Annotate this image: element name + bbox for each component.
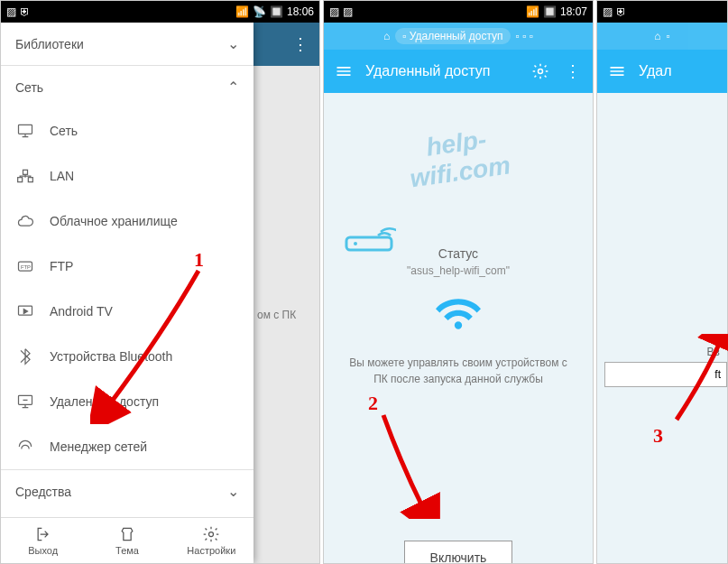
home-icon[interactable]: ⌂: [654, 30, 660, 42]
svg-rect-3: [23, 170, 28, 174]
background-screen: ⋮ ом с ПК: [253, 23, 319, 563]
wifi-icon: [431, 291, 485, 337]
input-label: Вв: [597, 346, 727, 358]
phone-screen-1: ▨ ⛨ 📶 📡 🔲 18:06 ⋮ ом с ПК Библиотеки ⌄ С…: [0, 0, 320, 564]
gear-icon[interactable]: [530, 60, 551, 82]
tab-pill[interactable]: ▫ Удаленный доступ: [395, 28, 510, 44]
overflow-icon[interactable]: ⋮: [562, 60, 584, 82]
service-description: Вы можете управлять своим устройством с …: [336, 355, 580, 387]
address-input[interactable]: ft: [604, 362, 727, 387]
toolbar: Удаленный доступ ⋮: [324, 50, 593, 93]
svg-point-8: [209, 532, 214, 537]
section-libraries[interactable]: Библиотеки ⌄: [1, 23, 253, 65]
drawer-panel: Библиотеки ⌄ Сеть ⌃ Сеть LAN Облачное хр…: [1, 23, 253, 563]
clock: 18:07: [560, 5, 587, 18]
home-icon[interactable]: ⌂: [383, 30, 390, 42]
tv-icon: [15, 301, 35, 321]
bottom-settings[interactable]: Настройки: [170, 518, 253, 563]
signal-icon: 📶: [526, 5, 539, 18]
remote-icon: [15, 392, 35, 411]
menu-item-androidtv[interactable]: Android TV: [1, 289, 253, 334]
status-bar: ▨ ⛨ 📶 📡 🔲 18:06: [1, 1, 319, 23]
notif-icon: ▨: [329, 5, 339, 18]
tab-icons: ▫ ▫ ▫: [516, 30, 533, 42]
toolbar: Удал: [597, 50, 727, 93]
battery-icon: 🔲: [543, 5, 557, 18]
shield-icon: ⛨: [616, 5, 627, 18]
tab-strip: ⌂ ▫: [597, 23, 727, 50]
menu-item-lan[interactable]: LAN: [1, 153, 253, 199]
clock: 18:06: [287, 5, 314, 18]
menu-icon[interactable]: [333, 60, 355, 82]
exit-icon: [34, 525, 52, 543]
svg-point-11: [354, 242, 357, 245]
wifi-icon: 📡: [253, 5, 266, 18]
svg-point-9: [539, 69, 543, 74]
ftp-icon: FTP: [15, 256, 35, 276]
bluetooth-icon: [15, 347, 35, 366]
svg-text:FTP: FTP: [21, 264, 31, 270]
menu-item-bluetooth[interactable]: Устройства Bluetooth: [1, 334, 253, 379]
gear-icon: [202, 525, 220, 543]
remote-access-content: help-wifi.com Статус "asus_help-wifi_com…: [324, 93, 593, 563]
svg-rect-10: [346, 237, 392, 250]
wifi-manager-icon: [15, 437, 35, 457]
svg-rect-1: [18, 178, 23, 182]
shield-icon: ⛨: [20, 5, 31, 18]
watermark: help-wifi.com: [388, 120, 529, 196]
background-text: ом с ПК: [257, 309, 296, 321]
router-icon: [342, 210, 396, 255]
toolbar-title: Удал: [639, 63, 718, 79]
notif-icon: ▨: [6, 5, 16, 18]
bottom-theme[interactable]: Тема: [85, 518, 169, 563]
bottom-bar: Выход Тема Настройки: [1, 517, 253, 563]
svg-rect-2: [28, 178, 32, 182]
phone-screen-3: ▨ ⛨ ⌂ ▫ Удал Вв ft: [596, 0, 728, 564]
tab-icons: ▫: [666, 30, 669, 42]
menu-item-cloud[interactable]: Облачное хранилище: [1, 199, 253, 244]
chevron-up-icon: ⌃: [227, 79, 239, 96]
notif-icon: ▨: [603, 5, 613, 18]
section-tools[interactable]: Средства ⌄: [1, 470, 253, 513]
enable-button[interactable]: Включить: [404, 541, 513, 564]
menu-item-network[interactable]: Сеть: [1, 108, 253, 153]
menu-icon[interactable]: [606, 60, 628, 82]
status-value: "asus_help-wifi_com": [336, 264, 580, 277]
monitor-icon: [15, 121, 35, 141]
notif-icon: ▨: [343, 5, 353, 18]
menu-item-remote-access[interactable]: Удаленный доступ: [1, 379, 253, 424]
lan-icon: [15, 166, 35, 186]
battery-icon: 🔲: [270, 5, 283, 18]
theme-icon: [118, 525, 136, 543]
cloud-icon: [15, 211, 35, 231]
overflow-icon[interactable]: ⋮: [292, 34, 309, 54]
bottom-exit[interactable]: Выход: [1, 518, 85, 563]
section-network[interactable]: Сеть ⌃: [1, 66, 253, 108]
content: Вв ft: [597, 93, 727, 563]
phone-screen-2: ▨ ▨ 📶 🔲 18:07 ⌂ ▫ Удаленный доступ ▫ ▫ ▫…: [323, 0, 594, 564]
svg-rect-0: [19, 125, 32, 134]
menu-item-ftp[interactable]: FTP FTP: [1, 244, 253, 289]
tab-strip: ⌂ ▫ Удаленный доступ ▫ ▫ ▫: [324, 23, 593, 50]
chevron-down-icon: ⌄: [227, 483, 239, 500]
status-bar: ▨ ⛨: [597, 1, 727, 23]
toolbar-title: Удаленный доступ: [365, 63, 519, 79]
status-bar: ▨ ▨ 📶 🔲 18:07: [324, 1, 593, 23]
signal-icon: 📶: [235, 5, 249, 18]
menu-item-network-manager[interactable]: Менеджер сетей: [1, 424, 253, 469]
chevron-down-icon: ⌄: [227, 35, 239, 52]
